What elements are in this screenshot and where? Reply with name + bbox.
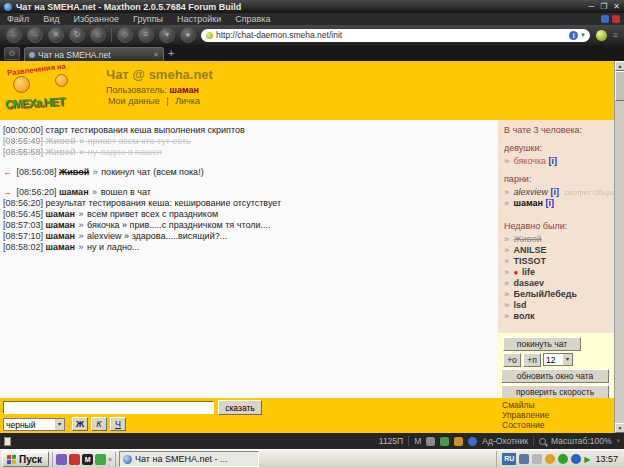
private-messages-link[interactable]: Личка [175, 96, 200, 106]
user-info-link[interactable]: [i] [551, 187, 560, 197]
user-link[interactable]: TISSOT [514, 256, 547, 266]
tray-icon[interactable] [532, 454, 542, 464]
proxy-icon[interactable] [454, 437, 463, 446]
toggle-window-button[interactable]: +о [503, 353, 521, 367]
refresh-chat-button[interactable]: обновить окно чата [501, 369, 609, 383]
user-list-item: » бякочка [i] [504, 156, 608, 167]
start-button[interactable]: Пуск [2, 451, 49, 467]
close-button[interactable]: ✕ [613, 2, 620, 11]
smiley-icon [13, 76, 30, 93]
user-info-link[interactable]: [i] [549, 156, 558, 166]
url-dropdown-icon[interactable]: ▾ [581, 31, 585, 39]
tab-chat[interactable]: Чат на SMEHA.net ✕ [24, 47, 164, 61]
link-divider: | [166, 96, 168, 106]
minimize-button[interactable]: ─ [588, 2, 594, 11]
images-icon[interactable] [440, 437, 449, 446]
message-input[interactable] [3, 401, 214, 414]
zoom-dropdown-icon[interactable]: ▾ [616, 437, 620, 445]
user-link[interactable]: ANILSE [514, 245, 547, 255]
menu-settings[interactable]: Настройки [170, 14, 228, 24]
stop-button[interactable]: ✕ [48, 27, 64, 43]
tray-icon[interactable] [545, 454, 555, 464]
user-link[interactable]: БелыйЛебедь [514, 289, 577, 299]
tray-icon[interactable] [571, 454, 581, 464]
say-button[interactable]: сказать [218, 400, 262, 415]
page-scrollbar[interactable]: ▲ ▼ [614, 61, 624, 433]
user-info-link[interactable]: [i] [546, 198, 555, 208]
menu-help[interactable]: Справка [228, 14, 277, 24]
text-color-select[interactable]: черный ▾ [3, 418, 65, 431]
recent-user-item: » волк [504, 311, 608, 322]
quick-launch-overflow-icon[interactable]: » [108, 456, 112, 463]
address-bar[interactable]: http://chat-daemon.smeha.net/init i ▾ [201, 29, 590, 42]
check-speed-button[interactable]: проверить скорость [501, 385, 609, 399]
user-link[interactable]: волк [514, 311, 535, 321]
leave-chat-button[interactable]: покинуть чат [503, 337, 581, 351]
tray-icon[interactable] [519, 454, 529, 464]
recent-user-item: » ● life [504, 267, 608, 278]
user-link[interactable]: Живой [514, 234, 542, 244]
user-link[interactable]: шаман [514, 198, 544, 208]
smileys-link[interactable]: Смайлы [502, 400, 549, 410]
menu-favorites[interactable]: Избранное [66, 14, 126, 24]
manage-link[interactable]: Управление [502, 410, 549, 420]
online-count: В чате 3 человека: [504, 125, 608, 136]
user-link[interactable]: life [522, 267, 535, 277]
site-favicon [206, 32, 213, 39]
taskbar: Пуск M » Чат на SMEHA.net - ... RU ▶ 13:… [0, 449, 624, 468]
home-button[interactable]: ⌂ [90, 27, 106, 43]
maxthon-quick-launch-icon[interactable]: M [82, 454, 93, 465]
scroll-up-icon[interactable]: ▲ [615, 61, 624, 71]
recent-users-label: Недавно были: [504, 221, 608, 232]
quick-access-button[interactable]: ✩ [4, 47, 20, 60]
user-link[interactable]: dasaev [514, 278, 545, 288]
back-button[interactable]: ← [6, 27, 22, 43]
taskbar-window-button[interactable]: Чат на SMEHA.net - ... [119, 451, 259, 467]
printer-icon[interactable] [426, 437, 435, 446]
system-tray: RU ▶ 13:57 [496, 451, 622, 467]
chat-message-leave: ← [08:56:08] Живой » покинул чат (всем п… [3, 167, 495, 178]
user-link[interactable]: lsd [514, 300, 527, 310]
language-indicator[interactable]: RU [502, 453, 516, 465]
tray-icon[interactable] [558, 454, 568, 464]
dropdown-button[interactable]: ▾ [159, 27, 175, 43]
groups-button[interactable]: ≡ [138, 27, 154, 43]
smeha-logo[interactable]: Развлечения на СМЕХа.НЕТ [3, 63, 97, 118]
italic-button[interactable]: К [91, 417, 107, 431]
favorites-button[interactable]: ✩ [117, 27, 133, 43]
chat-message-area[interactable]: [00:00:00] старт тестирования кеша выпол… [0, 120, 498, 398]
scrollbar-thumb[interactable] [615, 71, 624, 101]
tray-play-icon[interactable]: ▶ [584, 455, 590, 464]
quick-launch-icon[interactable] [69, 454, 80, 465]
forward-button[interactable]: → [27, 27, 43, 43]
go-button[interactable] [595, 29, 608, 42]
state-link[interactable]: Состояние [502, 420, 549, 430]
maxthon-badge: M [414, 436, 421, 446]
quick-launch-icon[interactable] [56, 454, 67, 465]
info-icon[interactable]: i [569, 31, 578, 40]
quick-launch-icon[interactable] [95, 454, 106, 465]
feed-icon[interactable] [612, 15, 620, 23]
new-tab-button[interactable]: + [168, 46, 174, 60]
logo-text-bottom: СМЕХа.НЕТ [5, 94, 65, 111]
toggle-panel-button[interactable]: +п [523, 353, 541, 367]
refresh-button[interactable]: ↻ [69, 27, 85, 43]
scroll-down-icon[interactable]: ▼ [615, 423, 624, 433]
menu-file[interactable]: Файл [0, 14, 36, 24]
menu-view[interactable]: Вид [36, 14, 66, 24]
user-link[interactable]: бякочка [514, 156, 547, 166]
url-text[interactable]: http://chat-daemon.smeha.net/init [216, 30, 566, 40]
tools-button[interactable]: ● [180, 27, 196, 43]
font-size-select[interactable]: 12 ▾ [543, 353, 573, 366]
bold-button[interactable]: Ж [72, 417, 88, 431]
user-link[interactable]: alexview [514, 187, 549, 197]
zoom-level[interactable]: Масштаб:100% [551, 436, 611, 446]
menu-groups[interactable]: Группы [126, 14, 170, 24]
toolbar-overflow-icon[interactable]: ≡ [613, 30, 618, 40]
skin-icon[interactable] [601, 15, 609, 23]
my-data-link[interactable]: Мои данные [108, 96, 160, 106]
maximize-button[interactable]: ❐ [600, 2, 607, 11]
tab-close-icon[interactable]: ✕ [153, 51, 159, 59]
adhunter-label[interactable]: Ад-Охотник [482, 436, 528, 446]
underline-button[interactable]: Ч [110, 417, 126, 431]
